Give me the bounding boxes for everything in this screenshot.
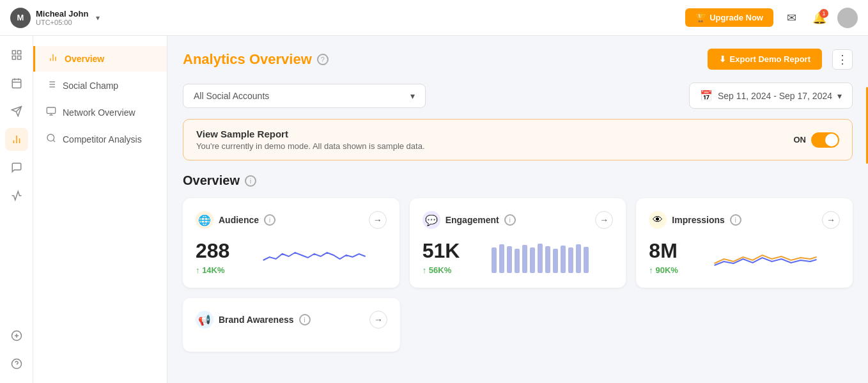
impressions-info-icon[interactable]: i bbox=[730, 214, 741, 226]
svg-rect-35 bbox=[515, 249, 520, 273]
demo-mode-banner: View Sample Report You're currently in d… bbox=[183, 119, 853, 160]
toggle-on-label: ON bbox=[794, 135, 807, 145]
nav-item-overview[interactable]: Overview bbox=[33, 46, 167, 72]
overview-nav-icon bbox=[48, 52, 58, 65]
impressions-card-body: 8M 90K% bbox=[649, 239, 840, 275]
page-title: Analytics Overview bbox=[183, 51, 312, 68]
brand-awareness-info-icon[interactable]: i bbox=[299, 314, 311, 325]
brand-awareness-icon: 📢 bbox=[196, 311, 213, 329]
audience-title-row: 🌐 Audience i bbox=[196, 211, 275, 229]
page-title-info-icon[interactable]: ? bbox=[317, 54, 329, 65]
svg-rect-36 bbox=[522, 245, 527, 273]
sidebar-icon-home[interactable] bbox=[5, 43, 28, 66]
sidebar-icon-calendar[interactable] bbox=[5, 72, 28, 95]
demo-text-section: View Sample Report You're currently in d… bbox=[196, 129, 425, 151]
user-info: Micheal John UTC+05:00 bbox=[36, 9, 88, 26]
brand-awareness-card: 📢 Brand Awareness i → bbox=[183, 298, 400, 352]
engagement-info-icon[interactable]: i bbox=[504, 214, 516, 226]
icon-sidebar bbox=[0, 36, 33, 383]
impressions-card-title: Impressions bbox=[672, 215, 724, 225]
page-header: Analytics Overview ? ⬇ Export Demo Repor… bbox=[183, 49, 853, 70]
nav-item-competitor-analysis[interactable]: Competitor Analysis bbox=[33, 127, 167, 152]
demo-mode-toggle[interactable] bbox=[811, 132, 839, 148]
messages-icon-button[interactable]: ✉ bbox=[781, 8, 802, 28]
brand-awareness-card-header: 📢 Brand Awareness i → bbox=[196, 311, 387, 329]
impressions-arrow-button[interactable]: → bbox=[822, 211, 840, 229]
header-actions: ⬇ Export Demo Report ⋮ bbox=[708, 49, 853, 70]
svg-rect-40 bbox=[553, 249, 558, 273]
date-dropdown-arrow: ▾ bbox=[837, 91, 842, 101]
accounts-filter-dropdown[interactable]: All Social Accounts ▾ bbox=[183, 84, 426, 108]
audience-value: 288 bbox=[196, 239, 229, 263]
user-avatar[interactable]: M bbox=[10, 8, 31, 28]
sidebar-icon-analytics[interactable] bbox=[5, 128, 28, 151]
nav-sidebar: Overview Social Champ Network Overview C… bbox=[33, 36, 167, 383]
impressions-change: 90K% bbox=[649, 265, 678, 275]
engagement-card-title: Engagement bbox=[446, 215, 499, 225]
svg-rect-27 bbox=[47, 107, 55, 113]
svg-rect-37 bbox=[530, 247, 535, 273]
audience-info-icon[interactable]: i bbox=[264, 214, 275, 226]
audience-card: 🌐 Audience i → 288 14K% bbox=[183, 198, 399, 288]
sidebar-icon-waveform[interactable] bbox=[5, 184, 28, 207]
brand-awareness-title-row: 📢 Brand Awareness i bbox=[196, 311, 311, 329]
main-content: Analytics Overview ? ⬇ Export Demo Repor… bbox=[167, 36, 868, 383]
export-demo-report-button[interactable]: ⬇ Export Demo Report bbox=[708, 49, 822, 70]
engagement-arrow-button[interactable]: → bbox=[595, 211, 613, 229]
profile-avatar[interactable] bbox=[837, 8, 858, 28]
audience-change: 14K% bbox=[196, 265, 229, 275]
audience-arrow-button[interactable]: → bbox=[369, 211, 387, 229]
svg-line-31 bbox=[53, 140, 55, 142]
svg-rect-1 bbox=[17, 51, 20, 54]
notification-badge: 1 bbox=[819, 9, 828, 18]
engagement-icon: 💬 bbox=[422, 211, 440, 229]
engagement-stats: 51K 56K% bbox=[422, 239, 460, 275]
engagement-card-header: 💬 Engagement i → bbox=[422, 211, 614, 229]
audience-card-header: 🌐 Audience i → bbox=[196, 211, 387, 229]
user-dropdown-arrow[interactable]: ▾ bbox=[96, 13, 100, 22]
calendar-icon: 📅 bbox=[700, 90, 713, 102]
svg-rect-2 bbox=[12, 56, 15, 59]
svg-rect-33 bbox=[499, 244, 504, 273]
nav-label-competitor-analysis: Competitor Analysis bbox=[63, 134, 142, 145]
nav-label-overview: Overview bbox=[65, 54, 104, 64]
engagement-card-body: 51K 56K% bbox=[422, 239, 614, 275]
svg-point-30 bbox=[47, 134, 54, 141]
svg-rect-32 bbox=[492, 247, 497, 273]
overview-section-header: Overview i bbox=[183, 173, 853, 188]
metric-cards-row: 🌐 Audience i → 288 14K% bbox=[183, 198, 853, 288]
sidebar-icon-help[interactable] bbox=[5, 352, 28, 375]
upgrade-button[interactable]: 🏆 Upgrade Now bbox=[685, 8, 773, 27]
svg-rect-4 bbox=[12, 79, 21, 88]
demo-banner-description: You're currently in demo mode. All data … bbox=[196, 141, 425, 151]
social-champ-nav-icon bbox=[46, 79, 56, 92]
page-title-row: Analytics Overview ? bbox=[183, 51, 329, 68]
engagement-mini-chart bbox=[472, 241, 613, 273]
accounts-dropdown-arrow: ▾ bbox=[410, 91, 415, 101]
sidebar-icon-add[interactable] bbox=[5, 324, 28, 347]
user-profile-section: M Micheal John UTC+05:00 ▾ bbox=[10, 8, 100, 28]
nav-label-social-champ: Social Champ bbox=[63, 81, 118, 91]
impressions-card-header: 👁 Impressions i → bbox=[649, 211, 840, 229]
sidebar-icon-send[interactable] bbox=[5, 100, 28, 123]
overview-info-icon[interactable]: i bbox=[245, 175, 256, 187]
engagement-title-row: 💬 Engagement i bbox=[422, 211, 516, 229]
audience-card-body: 288 14K% bbox=[196, 239, 387, 275]
download-icon: ⬇ bbox=[719, 54, 726, 64]
brand-awareness-arrow-button[interactable]: → bbox=[369, 311, 387, 329]
nav-item-network-overview[interactable]: Network Overview bbox=[33, 100, 167, 125]
svg-rect-3 bbox=[17, 56, 20, 59]
impressions-mini-chart bbox=[691, 241, 840, 273]
more-options-button[interactable]: ⋮ bbox=[832, 49, 853, 70]
notifications-icon-button[interactable]: 🔔 1 bbox=[809, 8, 830, 28]
svg-rect-44 bbox=[584, 247, 589, 273]
demo-banner-title: View Sample Report bbox=[196, 129, 425, 139]
impressions-title-row: 👁 Impressions i bbox=[649, 211, 741, 229]
sidebar-icon-chat[interactable] bbox=[5, 156, 28, 179]
date-range-picker[interactable]: 📅 Sep 11, 2024 - Sep 17, 2024 ▾ bbox=[689, 82, 853, 109]
svg-rect-43 bbox=[576, 244, 581, 273]
topbar-actions: 🏆 Upgrade Now ✉ 🔔 1 bbox=[685, 8, 858, 28]
audience-icon: 🌐 bbox=[196, 211, 213, 229]
engagement-card: 💬 Engagement i → 51K 56K% bbox=[410, 198, 626, 288]
nav-item-social-champ[interactable]: Social Champ bbox=[33, 73, 167, 98]
